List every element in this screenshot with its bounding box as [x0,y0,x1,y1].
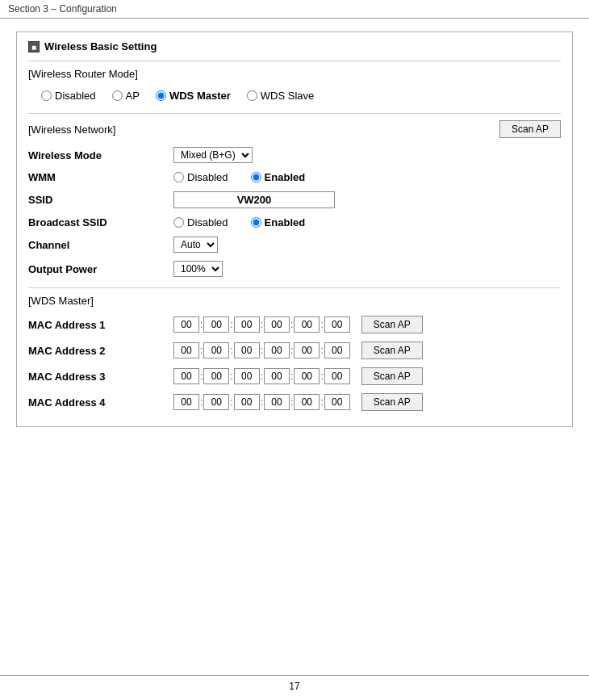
radio-ap-input[interactable] [112,90,123,101]
radio-disabled[interactable]: Disabled [41,90,96,102]
radio-wds-slave-input[interactable] [247,90,257,101]
mac-address-row-2: MAC Address 2:::::Scan AP [28,337,561,363]
ssid-input[interactable] [173,191,335,208]
mac-octet-4-6[interactable] [324,394,350,410]
mac-address-label-2: MAC Address 2 [28,345,173,357]
scan-ap-button-1[interactable]: Scan AP [361,316,423,333]
mac-octet-4-3[interactable] [234,394,260,410]
wmm-disabled[interactable]: Disabled [173,171,228,183]
router-mode-section: [Wireless Router Mode] Disabled AP WDS M… [28,61,561,110]
mac-fields-4: ::::: [173,394,350,410]
channel-value: Auto 1234 5678 91011 [173,237,218,253]
scan-ap-button-2[interactable]: Scan AP [361,342,423,359]
page-number: 17 [289,681,299,692]
mac-octet-2-2[interactable] [203,342,229,358]
wmm-label: WMM [28,171,173,183]
scan-ap-button-3[interactable]: Scan AP [361,367,423,385]
mac-octet-1-5[interactable] [294,316,320,333]
box-title-text: Wireless Basic Setting [44,40,157,52]
wireless-mode-row: Wireless Mode Mixed (B+G) B Only G Only … [28,143,561,167]
wmm-row: WMM Disabled Enabled [28,167,561,187]
mac-octet-2-4[interactable] [264,342,290,358]
mac-octet-4-4[interactable] [264,394,290,410]
broadcast-disabled-input[interactable] [173,217,184,228]
header-title: Section 3 – Configuration [8,3,117,15]
broadcast-ssid-label: Broadcast SSID [28,216,173,228]
mac-address-row-1: MAC Address 1:::::Scan AP [28,312,561,337]
scan-ap-button-4[interactable]: Scan AP [361,393,423,411]
channel-row: Channel Auto 1234 5678 91011 [28,233,561,257]
wireless-network-header: [Wireless Network] Scan AP [28,113,561,138]
broadcast-ssid-value: Disabled Enabled [173,216,305,228]
ssid-row: SSID [28,187,561,212]
output-power-label: Output Power [28,263,173,275]
mac-octet-1-4[interactable] [264,316,290,333]
wireless-mode-value: Mixed (B+G) B Only G Only N Only [173,147,253,163]
broadcast-ssid-row: Broadcast SSID Disabled Enabled [28,212,561,233]
mac-octet-3-3[interactable] [234,368,260,384]
mac-octet-3-5[interactable] [294,368,320,384]
radio-wds-master-input[interactable] [156,90,166,101]
output-power-row: Output Power 100% 75% 50% 25% [28,257,561,281]
mac-fields-2: ::::: [173,342,350,358]
mac-octet-2-6[interactable] [324,342,350,358]
mac-octet-2-5[interactable] [294,342,320,358]
mac-octet-3-1[interactable] [173,368,199,384]
wireless-mode-label: Wireless Mode [28,149,173,161]
output-power-select[interactable]: 100% 75% 50% 25% [173,261,223,277]
wmm-value: Disabled Enabled [173,171,305,183]
mac-octet-3-6[interactable] [324,368,350,384]
wmm-enabled-input[interactable] [251,172,261,182]
mac-octet-3-4[interactable] [264,368,290,384]
box-title: ■ Wireless Basic Setting [28,40,561,52]
broadcast-enabled-input[interactable] [251,217,261,228]
mac-fields-1: ::::: [173,316,350,333]
ssid-value [173,191,335,208]
mac-octet-1-1[interactable] [173,316,199,333]
router-mode-label: [Wireless Router Mode] [28,68,561,80]
mac-address-label-3: MAC Address 3 [28,371,173,383]
router-mode-row: Disabled AP WDS Master WDS Slave [28,85,561,107]
wds-master-section: [WDS Master] [28,287,561,307]
mac-octet-4-1[interactable] [173,394,199,410]
mac-octet-3-2[interactable] [203,368,229,384]
mac-address-row-3: MAC Address 3:::::Scan AP [28,363,561,389]
wireless-mode-select[interactable]: Mixed (B+G) B Only G Only N Only [173,147,253,163]
mac-octet-1-6[interactable] [324,316,350,333]
radio-wds-master[interactable]: WDS Master [156,90,231,102]
radio-ap[interactable]: AP [112,90,140,102]
wmm-disabled-input[interactable] [173,172,184,182]
mac-address-label-1: MAC Address 1 [28,319,173,331]
box-title-icon: ■ [28,41,40,52]
channel-select[interactable]: Auto 1234 5678 91011 [173,237,218,253]
wireless-network-label: [Wireless Network] [28,124,115,136]
scan-ap-button-network[interactable]: Scan AP [499,120,561,138]
page-header: Section 3 – Configuration [0,0,589,19]
wds-master-label: [WDS Master] [28,295,94,307]
mac-octet-2-3[interactable] [234,342,260,358]
mac-octet-1-3[interactable] [234,316,260,333]
mac-address-row-4: MAC Address 4:::::Scan AP [28,389,561,415]
page-content: ■ Wireless Basic Setting [Wireless Route… [0,19,589,440]
radio-disabled-input[interactable] [41,90,52,101]
mac-octet-1-2[interactable] [203,316,229,333]
mac-fields-3: ::::: [173,368,350,384]
mac-address-label-4: MAC Address 4 [28,396,173,409]
mac-octet-4-5[interactable] [294,394,320,410]
radio-wds-slave[interactable]: WDS Slave [247,90,314,102]
output-power-value: 100% 75% 50% 25% [173,261,223,277]
page-footer: 17 [0,675,589,692]
channel-label: Channel [28,239,173,251]
mac-octet-2-1[interactable] [173,342,199,358]
wmm-enabled[interactable]: Enabled [251,171,306,183]
mac-octet-4-2[interactable] [203,394,229,410]
broadcast-disabled[interactable]: Disabled [173,216,228,228]
broadcast-enabled[interactable]: Enabled [251,216,306,228]
ssid-label: SSID [28,194,173,206]
main-box: ■ Wireless Basic Setting [Wireless Route… [16,31,573,427]
mac-rows-container: MAC Address 1:::::Scan APMAC Address 2::… [28,312,561,415]
